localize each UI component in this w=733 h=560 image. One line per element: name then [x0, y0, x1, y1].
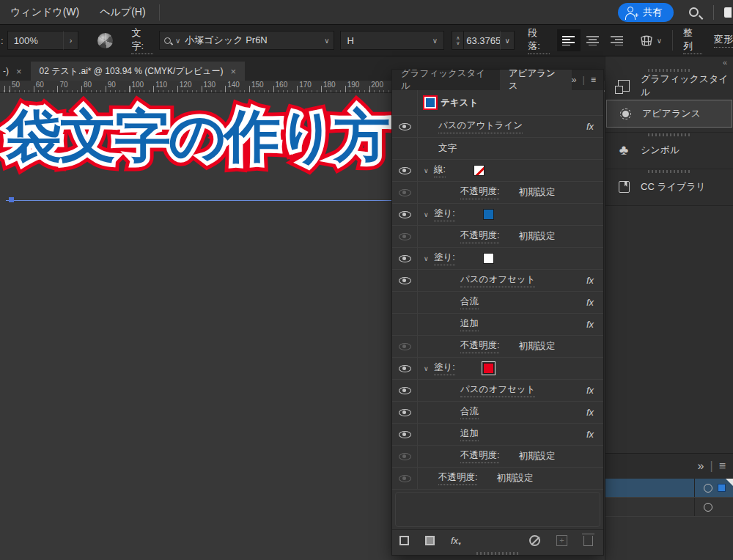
- eye-icon: [399, 123, 411, 130]
- eye-icon: [399, 409, 411, 416]
- close-icon[interactable]: ×: [230, 66, 236, 77]
- eye-toggle[interactable]: [392, 226, 418, 247]
- row-stroke[interactable]: ∨ 線:: [392, 160, 603, 182]
- opacity-expand-button[interactable]: ›: [63, 31, 79, 50]
- layer-row-selected[interactable]: [605, 479, 733, 498]
- character-link[interactable]: 文字:: [131, 26, 153, 54]
- opacity-value-field[interactable]: 100%: [7, 31, 63, 50]
- row-characters[interactable]: 文字: [392, 138, 603, 160]
- ruler-tick: 170: [297, 81, 321, 89]
- dock-item-graphic-styles[interactable]: グラフィックスタイル: [605, 72, 733, 100]
- add-new-fill-button[interactable]: [425, 536, 435, 545]
- eye-icon: [399, 475, 411, 482]
- share-button[interactable]: + 共有: [618, 3, 674, 22]
- fill-swatch-blue[interactable]: [483, 209, 494, 220]
- dock-item-symbols[interactable]: ♣ シンボル: [605, 136, 733, 164]
- artwork-outlined-text[interactable]: 袋文字の作り方 袋文字の作り方 袋文字の作り方: [6, 99, 416, 216]
- row-offset-path-white[interactable]: パスのオフセット fx: [392, 270, 603, 292]
- eye-toggle[interactable]: [392, 204, 418, 225]
- close-icon[interactable]: ×: [16, 66, 22, 77]
- font-size-stepper[interactable]: ∧∨ 63.3765 ∨: [452, 31, 515, 50]
- eye-toggle[interactable]: [392, 380, 418, 401]
- eye-toggle[interactable]: [392, 468, 418, 489]
- tab-appearance[interactable]: アピアランス: [500, 70, 572, 90]
- row-fill-white-opacity[interactable]: 不透明度: 初期設定: [392, 336, 603, 358]
- fill-swatch-red-selected[interactable]: [483, 363, 494, 374]
- add-new-stroke-button[interactable]: [399, 536, 409, 545]
- align-left-button[interactable]: [557, 29, 581, 51]
- eye-icon: [399, 233, 411, 240]
- paragraph-link[interactable]: 段落:: [528, 26, 550, 54]
- chevron-down-icon[interactable]: ∨: [424, 255, 434, 262]
- font-style-select[interactable]: H ∨: [340, 31, 444, 50]
- add-effect-button[interactable]: fx▾: [451, 535, 461, 547]
- envelope-warp-button[interactable]: ∨: [639, 34, 662, 47]
- eye-toggle[interactable]: [392, 160, 418, 181]
- panel-resize-grip[interactable]: [392, 551, 603, 555]
- row-fill-blue[interactable]: ∨ 塗り:: [392, 204, 603, 226]
- collapse-dock-icon[interactable]: «: [605, 56, 733, 68]
- eye-toggle[interactable]: [392, 446, 418, 467]
- collapse-panel-icon[interactable]: »: [698, 460, 704, 473]
- recolor-sphere-icon[interactable]: [97, 33, 113, 48]
- row-fill-red[interactable]: ∨ 塗り:: [392, 358, 603, 380]
- chevron-down-icon[interactable]: ∨: [424, 365, 434, 372]
- fill-swatch-white[interactable]: [483, 253, 494, 264]
- text-anchor-point[interactable]: [9, 197, 14, 202]
- selection-indicator[interactable]: [718, 485, 725, 491]
- row-text-object[interactable]: テキスト: [392, 90, 603, 116]
- document-tab-partial[interactable]: -) ×: [0, 62, 31, 81]
- tab-graphic-styles[interactable]: グラフィックスタイル: [392, 70, 500, 90]
- font-size-chevron-icon[interactable]: ∨: [500, 31, 515, 50]
- document-tab-active[interactable]: 02 テスト.ai* @ 103.94 % (CMYK/プレビュー) ×: [31, 62, 245, 81]
- dock-item-cc-libraries[interactable]: CC ライブラリ: [605, 173, 733, 201]
- chevron-down-icon[interactable]: ∨: [424, 211, 434, 218]
- chevron-down-icon[interactable]: ∨: [424, 167, 434, 174]
- eye-toggle[interactable]: [392, 424, 418, 445]
- row-fill-red-opacity[interactable]: 不透明度: 初期設定: [392, 446, 603, 468]
- dock-item-appearance[interactable]: アピアランス: [606, 100, 732, 128]
- eye-toggle[interactable]: [392, 248, 418, 269]
- row-fill-white[interactable]: ∨ 塗り:: [392, 248, 603, 270]
- eye-toggle[interactable]: [392, 358, 418, 379]
- clear-appearance-button[interactable]: [529, 535, 540, 546]
- layer-row[interactable]: [605, 498, 733, 517]
- align-right-button[interactable]: [605, 29, 629, 51]
- transform-panel-link[interactable]: 変形: [714, 33, 733, 48]
- font-size-field[interactable]: 63.3765: [464, 31, 500, 50]
- appearance-panel-footer: fx▾ +: [392, 529, 603, 551]
- row-offset-path-red[interactable]: パスのオフセット fx: [392, 380, 603, 402]
- row-stroke-opacity[interactable]: 不透明度: 初期設定: [392, 182, 603, 204]
- font-family-select[interactable]: ∨ 小塚ゴシック Pr6N ∨: [159, 31, 335, 50]
- eye-toggle[interactable]: [392, 270, 418, 291]
- panel-menu-icon[interactable]: ≡: [591, 75, 596, 85]
- row-fill-blue-opacity[interactable]: 不透明度: 初期設定: [392, 226, 603, 248]
- menu-help[interactable]: ヘルプ(H): [89, 0, 155, 24]
- target-circle-icon[interactable]: [704, 503, 712, 512]
- ruler-tick: 80: [81, 81, 106, 89]
- search-button[interactable]: [684, 3, 703, 22]
- target-circle-icon[interactable]: [704, 484, 712, 493]
- font-size-arrows[interactable]: ∧∨: [452, 31, 464, 50]
- workspace-icon[interactable]: [724, 7, 732, 18]
- row-merge-red[interactable]: 合流 fx: [392, 402, 603, 424]
- row-add-white[interactable]: 追加 fx: [392, 314, 603, 336]
- row-add-red[interactable]: 追加 fx: [392, 424, 603, 446]
- row-outline-path[interactable]: パスのアウトライン fx: [392, 116, 603, 138]
- align-panel-link[interactable]: 整列: [683, 26, 702, 54]
- text-style-thumbnail: [424, 97, 436, 108]
- row-merge-white[interactable]: 合流 fx: [392, 292, 603, 314]
- align-center-button[interactable]: [581, 29, 605, 51]
- delete-item-button[interactable]: [583, 536, 593, 546]
- eye-toggle[interactable]: [392, 402, 418, 423]
- eye-toggle[interactable]: [392, 182, 418, 203]
- collapse-panel-icon[interactable]: »: [572, 75, 577, 85]
- eye-toggle[interactable]: [392, 116, 418, 137]
- panel-menu-icon[interactable]: ≡: [719, 460, 726, 473]
- menu-window[interactable]: ウィンドウ(W): [0, 0, 89, 24]
- duplicate-item-button[interactable]: +: [556, 535, 567, 546]
- opacity-value: 初期設定: [518, 450, 555, 463]
- stroke-swatch-none[interactable]: [474, 165, 485, 176]
- eye-toggle[interactable]: [392, 336, 418, 357]
- row-object-opacity[interactable]: 不透明度: 初期設定: [392, 468, 603, 490]
